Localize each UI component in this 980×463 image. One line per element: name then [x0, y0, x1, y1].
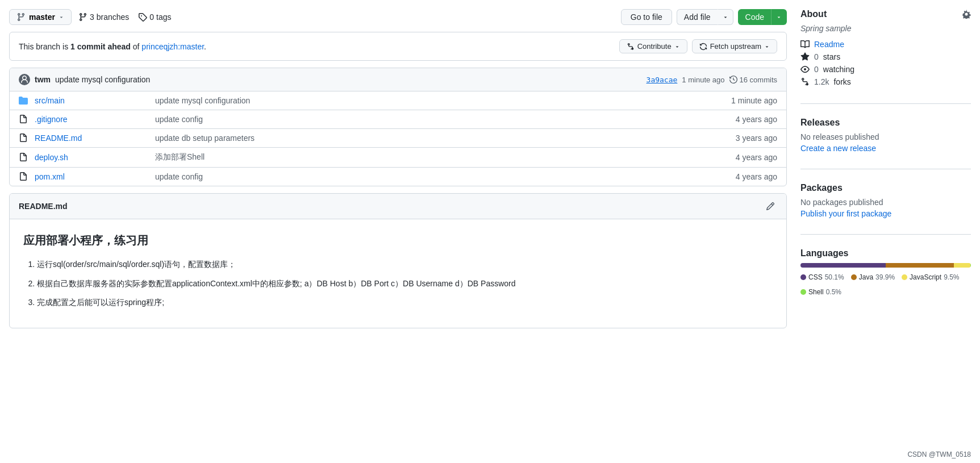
file-name: deploy.sh [35, 153, 148, 162]
file-link[interactable]: src/main [35, 96, 65, 105]
list-item: 根据自己数据库服务器的实际参数配置applicationContext.xml中… [37, 277, 773, 291]
file-icon [19, 134, 28, 143]
table-row: deploy.sh 添加部署Shell 4 years ago [10, 148, 786, 168]
about-subtitle: Spring sample [800, 24, 971, 33]
java-percent: 39.9% [875, 273, 895, 281]
branch-selector[interactable]: master [9, 9, 72, 25]
releases-title: Releases [800, 118, 971, 128]
table-row: pom.xml update config 4 years ago [10, 168, 786, 186]
contribute-chevron [674, 44, 680, 49]
edit-readme-button[interactable] [764, 199, 777, 213]
branches-label: branches [97, 12, 130, 22]
file-time: 3 years ago [736, 134, 777, 143]
file-table: twm update mysql configuration 3a9acae 1… [9, 68, 787, 186]
file-time: 4 years ago [736, 172, 777, 181]
packages-title: Packages [800, 183, 971, 193]
branch-name: master [29, 12, 55, 22]
languages-title: Languages [800, 248, 971, 258]
file-icon [19, 153, 28, 162]
branches-link[interactable]: 3 branches [78, 12, 129, 22]
commit-hash[interactable]: 3a9acae [647, 76, 678, 84]
eye-icon [800, 65, 810, 74]
file-link[interactable]: pom.xml [35, 172, 65, 181]
readme-title: README.md [19, 202, 68, 211]
book-icon [800, 40, 810, 49]
contribute-icon [627, 43, 635, 51]
watching-item: 0 watching [800, 65, 971, 74]
fetch-upstream-button[interactable]: Fetch upstream [692, 39, 777, 53]
commits-count-link[interactable]: 16 commits [740, 76, 777, 84]
main-content: master 3 branches 0 tags Go to file [9, 9, 787, 328]
tags-link[interactable]: 0 tags [138, 12, 171, 22]
create-release-link[interactable]: Create a new release [800, 144, 971, 153]
stars-count: 0 [814, 52, 819, 61]
file-link[interactable]: README.md [35, 134, 82, 143]
java-dot [851, 274, 857, 280]
code-group: Code [738, 9, 787, 25]
forks-count: 1.2k [814, 77, 829, 86]
publish-package-link[interactable]: Publish your first package [800, 209, 971, 218]
upstream-repo-link[interactable]: princeqjzh:master [141, 42, 204, 51]
readme-link-item: Readme [800, 40, 971, 49]
file-name: .gitignore [35, 115, 148, 124]
gear-icon[interactable] [962, 10, 971, 19]
fetch-chevron [764, 44, 770, 49]
table-row: README.md update db setup parameters 3 y… [10, 129, 786, 148]
css-percent: 50.1% [825, 273, 844, 281]
java-label: Java [859, 273, 873, 281]
table-row: .gitignore update config 4 years ago [10, 110, 786, 129]
list-item: 完成配置之后能可以运行spring程序; [37, 295, 773, 310]
shell-dot [800, 289, 806, 295]
stars-label: stars [823, 52, 840, 61]
languages-section: Languages CSS 50.1% Java 39.9% [800, 248, 971, 310]
add-file-chevron [723, 14, 728, 20]
branch-count-icon [78, 12, 87, 22]
shell-label: Shell [808, 288, 824, 296]
sidebar: About Spring sample Readme 0 stars 0 wat… [800, 9, 971, 328]
dropdown-icon [59, 14, 64, 20]
readme-box: README.md 应用部署小程序，练习用 运行sql(order/src/ma… [9, 193, 787, 328]
js-label: JavaScript [910, 273, 941, 281]
add-file-dropdown[interactable] [718, 9, 733, 25]
star-icon [800, 52, 810, 61]
avatar-icon [19, 74, 30, 85]
file-commit-msg: update db setup parameters [155, 134, 729, 143]
lang-item-js: JavaScript 9.5% [902, 273, 959, 281]
file-name: pom.xml [35, 172, 148, 181]
commit-banner-text: This branch is 1 commit ahead of princeq… [19, 42, 206, 51]
commit-time: 1 minute ago [682, 76, 724, 84]
css-label: CSS [808, 273, 823, 281]
commit-banner-actions: Contribute Fetch upstream [619, 39, 777, 53]
commit-meta: 3a9acae 1 minute ago 16 commits [647, 75, 777, 84]
file-commit-msg: update config [155, 172, 729, 181]
code-button[interactable]: Code [738, 9, 771, 25]
lang-item-shell: Shell 0.5% [800, 288, 841, 296]
code-chevron [776, 14, 782, 20]
js-percent: 9.5% [944, 273, 959, 281]
fetch-icon [699, 43, 707, 51]
readme-link[interactable]: Readme [814, 40, 844, 49]
forks-item: 1.2k forks [800, 77, 971, 86]
file-name: README.md [35, 134, 148, 143]
forks-label: forks [833, 77, 850, 86]
top-bar: master 3 branches 0 tags Go to file [9, 9, 787, 25]
lang-shell [970, 263, 971, 268]
commit-message: update mysql configuration [55, 75, 150, 84]
contribute-button[interactable]: Contribute [619, 39, 687, 53]
css-dot [800, 274, 806, 280]
tags-count: 0 [149, 12, 154, 22]
no-releases-text: No releases published [800, 132, 971, 141]
add-file-button[interactable]: Add file [677, 9, 718, 25]
watching-count: 0 [814, 65, 819, 74]
no-packages-text: No packages published [800, 198, 971, 207]
about-section: About Spring sample Readme 0 stars 0 wat… [800, 9, 971, 104]
go-to-file-button[interactable]: Go to file [621, 9, 672, 25]
file-link[interactable]: .gitignore [35, 115, 68, 124]
file-link[interactable]: deploy.sh [35, 153, 68, 162]
branches-count: 3 [90, 12, 94, 22]
file-time: 1 minute ago [731, 96, 777, 105]
file-commit-msg: 添加部署Shell [155, 152, 729, 162]
file-commit-msg: update mysql configuration [155, 96, 724, 105]
file-commit-msg: update config [155, 115, 729, 124]
code-dropdown[interactable] [771, 9, 787, 25]
